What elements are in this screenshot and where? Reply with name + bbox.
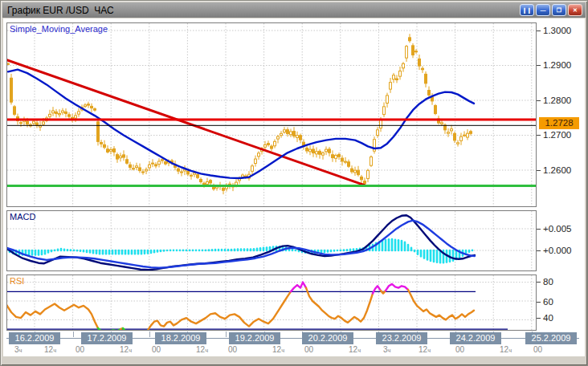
price-label-tick [537, 170, 541, 171]
time-label: 00 [533, 345, 542, 354]
time-label: 3ч [383, 345, 390, 354]
window-title: График EUR /USD ЧАС [2, 5, 114, 16]
rsi-axis-label-tick [537, 318, 541, 319]
time-label: 00 [228, 345, 237, 354]
titlebar[interactable]: График EUR /USD ЧАС ❙❙ — ❐ ✕ [2, 2, 586, 18]
macd-panel[interactable] [6, 210, 537, 271]
date-axis-tick [149, 331, 150, 337]
rsi-label: RSI [10, 276, 24, 286]
chart-window: График EUR /USD ЧАС ❙❙ — ❐ ✕ Simple_Movi… [0, 0, 588, 366]
rsi-axis-label: 80 [543, 277, 553, 287]
date-box: 23.2.2009 [376, 332, 427, 344]
time-label: 12ч [419, 345, 431, 354]
date-axis-tick [226, 331, 227, 337]
time-label: 00 [152, 345, 161, 354]
price-label: 1.2600 [543, 165, 571, 175]
date-box: 17.2.2009 [81, 332, 133, 344]
macd-label: MACD [10, 212, 35, 222]
price-label-tick [537, 135, 541, 136]
price-label-tick [537, 65, 541, 66]
rsi-axis-label-tick [537, 282, 541, 283]
close-button[interactable]: ✕ [568, 4, 582, 16]
price-label: 1.2800 [543, 96, 571, 105]
price-label-tick [537, 31, 541, 31]
price-label-tick [537, 100, 541, 101]
price-label: 1.2700 [543, 130, 571, 140]
time-label: 00 [304, 345, 313, 354]
minimize-icon: — [541, 7, 546, 13]
price-chart-panel[interactable] [6, 22, 537, 207]
macd-axis-label-tick [537, 229, 541, 230]
date-box: 24.2.2009 [450, 332, 501, 344]
price-label: 1.3000 [543, 26, 571, 35]
time-label: 00 [76, 345, 84, 354]
rsi-axis-label: 60 [543, 297, 553, 307]
sma-legend: Simple_Moving_Average [10, 24, 108, 34]
time-label: 12ч [44, 345, 56, 354]
date-box: 19.2.2009 [229, 332, 280, 344]
date-box: 16.2.2009 [9, 332, 60, 344]
window-controls: ❙❙ — ❐ ✕ [520, 4, 582, 16]
rsi-axis-label: 40 [543, 313, 553, 323]
close-icon: ✕ [573, 7, 578, 13]
restore-button[interactable]: ❐ [552, 4, 566, 16]
macd-axis-label-tick [537, 250, 541, 251]
time-label: 12ч [272, 345, 284, 354]
restore-icon: ❐ [557, 7, 561, 13]
time-label: 12ч [349, 345, 361, 354]
rsi-axis-label-tick [537, 302, 541, 303]
current-price-badge: 1.2728 [539, 117, 579, 129]
time-label: 12ч [500, 345, 512, 354]
pause-icon: ❙❙ [522, 7, 532, 13]
pause-button[interactable]: ❙❙ [520, 4, 534, 16]
minimize-button[interactable]: — [536, 4, 550, 16]
price-label: 1.2900 [543, 60, 571, 70]
date-axis-tick [73, 331, 74, 337]
time-label: 00 [455, 345, 464, 354]
time-label: 12ч [120, 345, 132, 354]
rsi-panel[interactable] [6, 274, 537, 331]
time-label: 3ч [14, 345, 22, 354]
macd-axis-label: +0.000 [543, 246, 572, 255]
date-box: 25.2.2009 [525, 332, 577, 344]
date-box: 20.2.2009 [302, 332, 353, 344]
macd-axis-label: +0.005 [543, 224, 572, 234]
time-label: 12ч [196, 345, 208, 354]
date-box: 18.2.2009 [155, 332, 206, 344]
